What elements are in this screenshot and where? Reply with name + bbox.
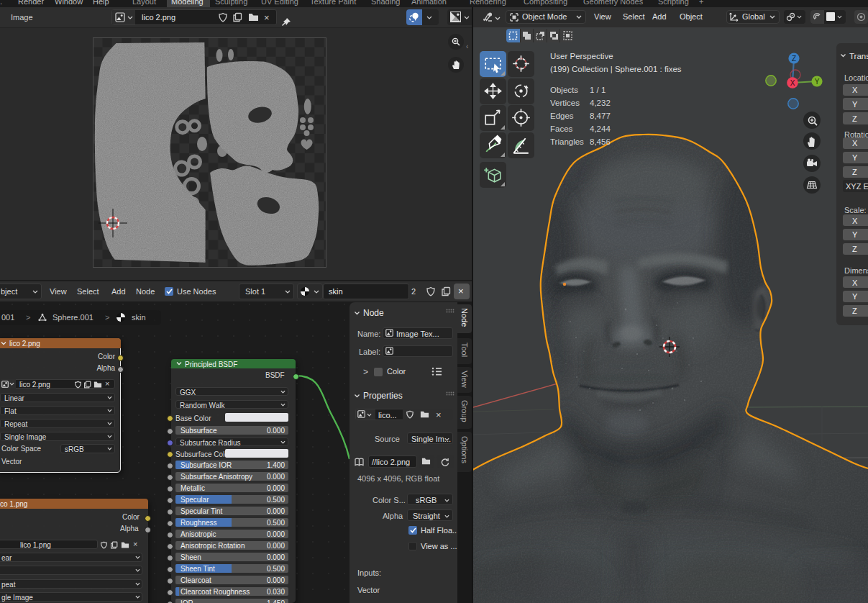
svg-text:Z: Z	[792, 55, 796, 63]
svg-text:Y: Y	[815, 78, 820, 86]
svg-text:X: X	[790, 79, 795, 87]
